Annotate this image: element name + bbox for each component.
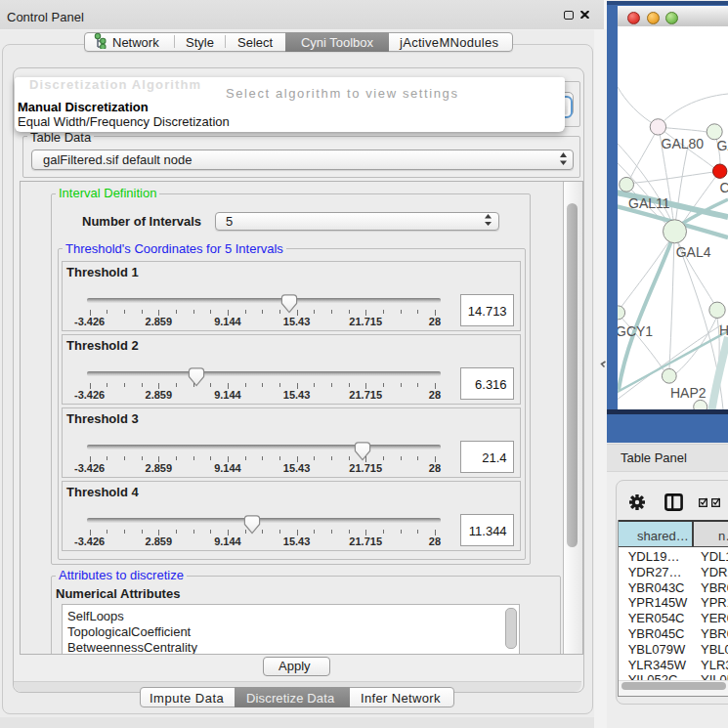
svg-text:H: H [719,322,728,338]
svg-text:HAP2: HAP2 [670,385,707,401]
svg-text:C: C [720,180,728,195]
svg-text:GAL80: GAL80 [662,136,705,151]
svg-text:GAL11: GAL11 [628,195,670,211]
svg-text:GAL4: GAL4 [676,244,711,260]
svg-text:GA: GA [717,138,728,153]
svg-text:GCY1: GCY1 [618,323,653,339]
